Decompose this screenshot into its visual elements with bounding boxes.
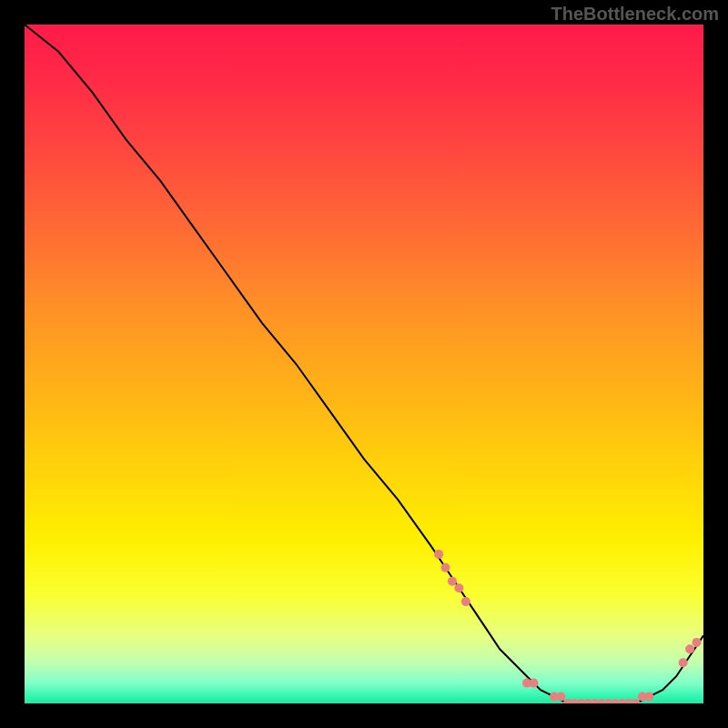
chart-container: TheBottleneck.com — [0, 0, 728, 728]
data-marker — [631, 699, 640, 703]
data-marker — [448, 577, 457, 586]
data-marker — [556, 693, 565, 702]
data-line — [25, 25, 703, 703]
data-marker — [644, 693, 653, 702]
data-marker — [454, 583, 463, 592]
data-marker — [434, 550, 443, 559]
data-markers — [434, 550, 701, 703]
chart-svg — [25, 25, 703, 703]
data-marker — [693, 638, 702, 647]
data-marker — [685, 644, 694, 653]
data-marker — [679, 658, 688, 667]
data-marker — [461, 597, 470, 606]
data-marker — [441, 563, 450, 572]
watermark-text: TheBottleneck.com — [551, 4, 719, 25]
data-marker — [530, 679, 539, 688]
plot-area — [25, 25, 703, 703]
